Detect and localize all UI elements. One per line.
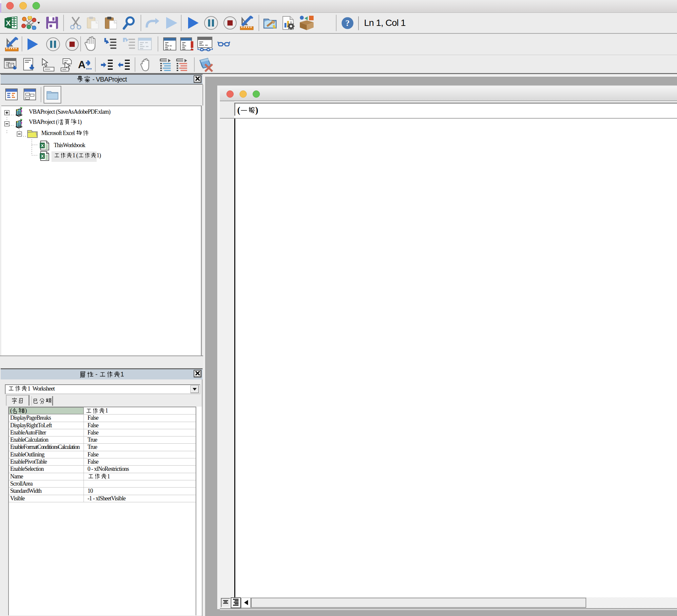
svg-text:X: X bbox=[6, 19, 11, 27]
svg-text:X: X bbox=[41, 143, 44, 148]
svg-text:?: ? bbox=[345, 18, 350, 28]
svg-text:A: A bbox=[78, 59, 86, 70]
svg-text:X: X bbox=[41, 154, 44, 158]
